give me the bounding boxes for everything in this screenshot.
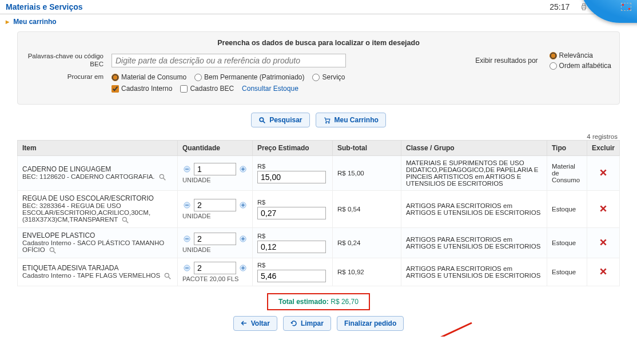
- magnifier-icon[interactable]: [121, 216, 129, 224]
- cell-item: REGUA DE USO ESCOLAR/ESCRITORIO BEC: 328…: [18, 191, 178, 228]
- link-consultar-estoque[interactable]: Consultar Estoque: [242, 85, 298, 93]
- cart-icon: [323, 117, 331, 124]
- order-alfabetica[interactable]: Ordem alfabética: [550, 62, 611, 70]
- opt-bem-permanente[interactable]: Bem Permanente (Patrimoniado): [194, 73, 304, 81]
- th-classe: Classe / Grupo: [401, 141, 547, 156]
- svg-line-4: [263, 121, 265, 123]
- svg-point-6: [328, 122, 329, 123]
- fullscreen-icon[interactable]: [621, 3, 631, 11]
- item-name: ENVELOPE PLASTICO: [22, 231, 173, 239]
- cell-tipo: Estoque: [547, 191, 587, 228]
- opt-servico[interactable]: Serviço: [312, 73, 345, 81]
- th-excluir: Excluir: [587, 141, 619, 156]
- finalizar-pedido-button[interactable]: Finalizar pedido: [337, 316, 404, 331]
- cell-subtotal: R$ 0,24: [333, 228, 401, 258]
- svg-point-5: [325, 122, 327, 123]
- voltar-button[interactable]: Voltar: [233, 316, 277, 331]
- th-item: Item: [18, 141, 178, 156]
- order-relevancia[interactable]: Relevância: [550, 51, 611, 59]
- cell-price: R$: [253, 228, 333, 258]
- search-panel: Preencha os dados de busca para localiza…: [17, 31, 620, 105]
- meu-carrinho-button[interactable]: Meu Carrinho: [316, 113, 386, 127]
- table-row: ENVELOPE PLASTICO Cadastro Interno - SAC…: [18, 228, 620, 258]
- price-input[interactable]: [257, 270, 326, 282]
- limpar-button[interactable]: Limpar: [283, 316, 331, 331]
- total-value: R$ 26,70: [331, 298, 359, 306]
- qty-minus-button[interactable]: [182, 234, 192, 243]
- search-input[interactable]: [112, 54, 346, 67]
- qty-plus-button[interactable]: [238, 201, 248, 210]
- cell-qty: UNIDADE: [178, 191, 253, 228]
- qty-minus-button[interactable]: [182, 201, 192, 210]
- qty-minus-button[interactable]: [182, 165, 192, 174]
- svg-line-26: [54, 251, 56, 254]
- svg-rect-2: [583, 8, 586, 10]
- price-input[interactable]: [257, 241, 326, 253]
- procurar-em-label: Procurar em: [26, 73, 106, 81]
- qty-input[interactable]: [194, 199, 236, 211]
- qty-unit: UNIDADE: [182, 246, 248, 253]
- qty-unit: PACOTE 20,00 FLS: [182, 275, 248, 282]
- price-input[interactable]: [257, 171, 326, 183]
- svg-line-35: [169, 277, 171, 279]
- magnifier-icon[interactable]: [164, 272, 172, 280]
- delete-button[interactable]: [587, 191, 619, 228]
- svg-point-3: [260, 118, 264, 122]
- delete-button[interactable]: [587, 156, 619, 191]
- cell-tipo: Estoque: [547, 228, 587, 258]
- svg-line-8: [164, 178, 166, 181]
- table-row: ETIQUETA ADESIVA TARJADA Cadastro Intern…: [18, 258, 620, 286]
- cell-price: R$: [253, 191, 333, 228]
- pesquisar-button[interactable]: Pesquisar: [251, 113, 309, 127]
- item-sub: BEC: 1128620 - CADERNO CARTOGRAFIA.: [22, 173, 155, 180]
- chk-cadastro-bec[interactable]: Cadastro BEC: [180, 85, 234, 93]
- search-icon: [258, 117, 266, 124]
- qty-plus-button[interactable]: [238, 263, 248, 273]
- magnifier-icon[interactable]: [49, 246, 57, 254]
- cell-price: R$: [253, 156, 333, 191]
- item-sub: Cadastro Interno - TAPE FLAGS VERMELHOS: [22, 272, 160, 279]
- svg-line-17: [126, 221, 129, 223]
- cell-qty: UNIDADE: [178, 156, 253, 191]
- th-preco: Preço Estimado: [253, 141, 333, 156]
- qty-plus-button[interactable]: [238, 165, 248, 174]
- cell-subtotal: R$ 15,00: [333, 156, 401, 191]
- cell-subtotal: R$ 10,92: [333, 258, 401, 286]
- qty-unit: UNIDADE: [182, 213, 248, 219]
- search-panel-title: Preencha os dados de busca para localiza…: [26, 37, 611, 51]
- th-tipo: Tipo: [547, 141, 587, 156]
- cart-table: Item Quantidade Preço Estimado Sub-total…: [17, 140, 620, 286]
- price-currency: R$: [257, 199, 328, 206]
- breadcrumb: ▸ Meu carrinho: [0, 14, 637, 31]
- magnifier-icon[interactable]: [158, 173, 166, 181]
- qty-input[interactable]: [194, 163, 236, 175]
- qty-unit: UNIDADE: [182, 177, 248, 183]
- breadcrumb-label: Meu carrinho: [13, 18, 56, 26]
- price-currency: R$: [257, 163, 328, 170]
- svg-rect-1: [583, 4, 586, 6]
- back-arrow-icon: [241, 320, 248, 327]
- qty-input[interactable]: [194, 262, 236, 274]
- cell-classe: MATERIAIS E SUPRIMENTOS DE USO DIDATICO,…: [401, 156, 547, 191]
- svg-point-7: [160, 174, 164, 178]
- table-row: CADERNO DE LINGUAGEM BEC: 1128620 - CADE…: [18, 156, 620, 191]
- opt-material-consumo[interactable]: Material de Consumo: [112, 73, 186, 81]
- refresh-icon: [290, 320, 297, 327]
- delete-button[interactable]: [587, 228, 619, 258]
- total-label: Total estimado:: [278, 298, 329, 306]
- qty-minus-button[interactable]: [182, 263, 192, 273]
- cell-item: CADERNO DE LINGUAGEM BEC: 1128620 - CADE…: [18, 156, 178, 191]
- cell-classe: ARTIGOS PARA ESCRITORIOS em ARTIGOS E UT…: [401, 258, 547, 286]
- cell-tipo: Material de Consumo: [547, 156, 587, 191]
- qty-input[interactable]: [194, 233, 236, 245]
- qty-plus-button[interactable]: [238, 234, 248, 243]
- cell-qty: PACOTE 20,00 FLS: [178, 258, 253, 286]
- price-input[interactable]: [257, 207, 326, 219]
- topbar: Materiais e Serviços 25:17 Imprimir: [0, 0, 637, 14]
- delete-button[interactable]: [587, 258, 619, 286]
- cell-tipo: Estoque: [547, 258, 587, 286]
- item-sub: BEC: 3283364 - REGUA DE USO ESCOLAR/ESCR…: [22, 202, 150, 223]
- session-timer: 25:17: [550, 2, 570, 11]
- item-name: CADERNO DE LINGUAGEM: [22, 165, 173, 173]
- chk-cadastro-interno[interactable]: Cadastro Interno: [112, 85, 172, 93]
